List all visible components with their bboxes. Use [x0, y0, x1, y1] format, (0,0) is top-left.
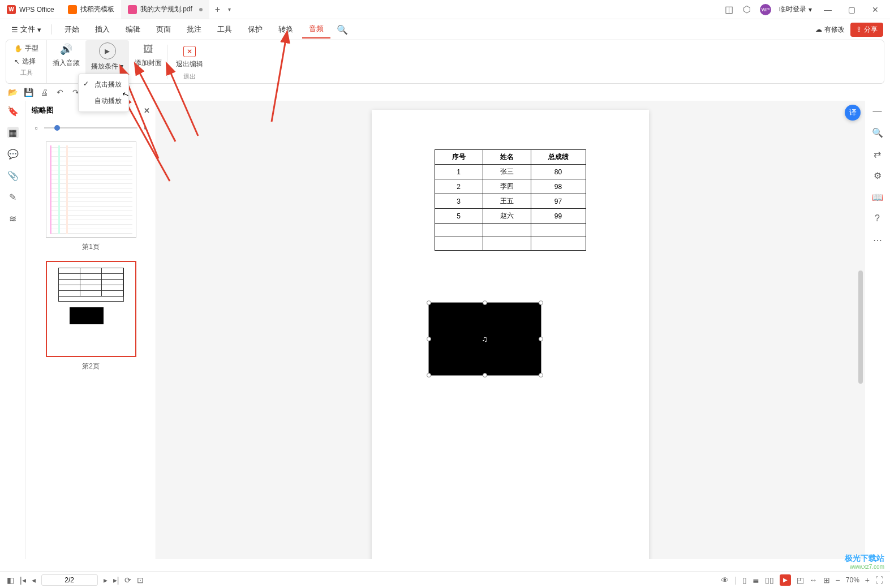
fullscreen-icon[interactable]: ⛶	[875, 576, 883, 585]
menu-tools[interactable]: 工具	[210, 21, 239, 38]
sidebar-toggle-icon[interactable]: ◧	[7, 576, 14, 585]
zoom-level[interactable]: 70%	[846, 576, 859, 584]
zoom-in-icon[interactable]: ▪	[141, 123, 150, 132]
resize-handle[interactable]	[539, 373, 543, 377]
undo-icon[interactable]: ↶	[55, 88, 65, 97]
fit-icon[interactable]: ⊡	[137, 576, 144, 585]
menu-edit[interactable]: 编辑	[119, 21, 147, 38]
docer-logo-icon	[68, 5, 77, 14]
docer-tab-label: 找稻壳模板	[80, 5, 114, 14]
thumbnail-page-2[interactable]: 第2页	[32, 261, 150, 371]
layers-icon[interactable]: ≋	[7, 213, 19, 224]
hand-tool-button[interactable]: ✋ 手型	[12, 42, 41, 54]
resize-handle[interactable]	[539, 337, 543, 341]
zoom-out-button[interactable]: −	[836, 576, 840, 585]
select-tool-button[interactable]: ↖ 选择	[12, 55, 41, 67]
continuous-icon[interactable]: ≣	[753, 576, 759, 585]
prev-page-icon[interactable]: ◂	[32, 576, 36, 585]
app-tab-docer[interactable]: 找稻壳模板	[61, 0, 121, 19]
float-translate-button[interactable]: 译	[845, 105, 861, 121]
thumbnail-image-2	[46, 261, 136, 357]
cloud-modified[interactable]: ☁ 有修改	[815, 25, 845, 35]
resize-handle[interactable]	[483, 301, 487, 305]
transfer-icon[interactable]: ⇄	[872, 148, 883, 160]
next-page-icon[interactable]: ▸	[104, 576, 108, 585]
new-tab-button[interactable]: +	[209, 5, 226, 15]
menu-annotate[interactable]: 批注	[180, 21, 208, 38]
book-icon[interactable]: 📖	[872, 191, 883, 203]
signature-icon[interactable]: ✎	[7, 191, 19, 203]
pdf-page: 序号 姓名 总成绩 1张三80 2李四98 3王五97 5赵六99 ♫	[372, 110, 649, 559]
table-row: 5赵六99	[435, 209, 586, 224]
zoom-handle[interactable]	[54, 125, 60, 131]
zoom-slider[interactable]	[44, 127, 137, 128]
close-panel-button[interactable]: ✕	[144, 106, 150, 115]
menu-insert[interactable]: 插入	[88, 21, 117, 38]
table-header-cell: 总成绩	[531, 150, 586, 165]
bookmark-icon[interactable]: 🔖	[7, 105, 19, 117]
attachment-icon[interactable]: 📎	[7, 170, 19, 181]
file-menu-button[interactable]: ☰ 文件 ▾	[7, 22, 46, 37]
share-button[interactable]: ⇪ 分享	[850, 23, 883, 37]
app-tab-file[interactable]: 我的大学规划.pdf	[121, 0, 209, 19]
play-button[interactable]: ▶	[780, 574, 791, 586]
resize-handle[interactable]	[427, 301, 431, 305]
more-icon[interactable]: ⋯	[872, 234, 883, 246]
tab-list-dropdown[interactable]: ▾	[226, 6, 233, 12]
zoom-out-icon[interactable]: ▫	[32, 123, 41, 132]
search-icon[interactable]: 🔍	[337, 24, 347, 35]
scrollbar[interactable]	[858, 271, 863, 384]
single-page-icon[interactable]: ▯	[742, 576, 747, 585]
print-icon[interactable]: 🖨	[40, 88, 49, 97]
close-button[interactable]: ✕	[867, 2, 883, 18]
fit-width-icon[interactable]: ↔	[810, 576, 818, 585]
help-icon[interactable]: ?	[872, 213, 883, 224]
zoom-in-button[interactable]: +	[865, 576, 870, 585]
fit-page-icon[interactable]: ⊞	[823, 576, 830, 585]
menu-convert[interactable]: 转换	[272, 21, 300, 38]
minimize-button[interactable]: —	[820, 2, 836, 18]
add-cover-button[interactable]: 🖼 添加封面	[129, 40, 167, 83]
menu-page[interactable]: 页面	[149, 21, 178, 38]
page-number-input[interactable]	[41, 574, 98, 586]
app-tab-wps[interactable]: W WPS Office	[0, 0, 61, 19]
thumbnail-icon[interactable]: ▦	[7, 127, 19, 138]
resize-handle[interactable]	[427, 373, 431, 377]
dropdown-auto-play[interactable]: 自动播放	[79, 93, 128, 109]
comment-icon[interactable]: 💬	[7, 148, 19, 160]
canvas[interactable]: 序号 姓名 总成绩 1张三80 2李四98 3王五97 5赵六99 ♫	[156, 101, 864, 559]
exit-group-label: 退出	[183, 72, 196, 81]
save-icon[interactable]: 💾	[24, 88, 33, 97]
crop-icon[interactable]: ◰	[797, 576, 804, 585]
first-page-icon[interactable]: |◂	[20, 576, 26, 585]
audio-object[interactable]: ♫	[428, 302, 541, 376]
thumbnail-page-1[interactable]: 第1页	[32, 141, 150, 252]
file-tab-label: 我的大学规划.pdf	[140, 5, 192, 14]
watermark-url: www.xz7.com	[845, 564, 884, 570]
maximize-button[interactable]: ▢	[844, 2, 859, 18]
minus-icon[interactable]: —	[872, 105, 883, 117]
login-button[interactable]: 临时登录 ▾	[779, 5, 812, 14]
eye-icon[interactable]: 👁	[721, 576, 729, 585]
resize-handle[interactable]	[427, 337, 431, 341]
rotate-icon[interactable]: ⟳	[124, 576, 131, 585]
quick-toolbar: 📂 💾 🖨 ↶ ↷ ✂	[0, 84, 890, 101]
pdf-logo-icon	[128, 5, 137, 14]
menu-protect[interactable]: 保护	[241, 21, 269, 38]
search-icon[interactable]: 🔍	[872, 127, 883, 138]
resize-handle[interactable]	[539, 301, 543, 305]
last-page-icon[interactable]: ▸|	[113, 576, 119, 585]
table-row: 3王五97	[435, 194, 586, 209]
menu-audio[interactable]: 音频	[302, 20, 330, 38]
settings-icon[interactable]: ⚙	[872, 170, 883, 181]
open-icon[interactable]: 📂	[8, 88, 17, 97]
exit-edit-button[interactable]: ✕ 退出编辑	[170, 44, 209, 71]
resize-handle[interactable]	[483, 373, 487, 377]
thumbnail-list: 第1页 第2页	[26, 136, 156, 386]
panel-icon[interactable]: ◫	[724, 5, 734, 15]
cube-icon[interactable]: ⬡	[742, 5, 752, 15]
menu-start[interactable]: 开始	[58, 21, 86, 38]
avatar-icon[interactable]: WP	[760, 4, 771, 15]
two-page-icon[interactable]: ▯▯	[765, 576, 774, 585]
thumbnail-title: 缩略图	[32, 105, 54, 115]
